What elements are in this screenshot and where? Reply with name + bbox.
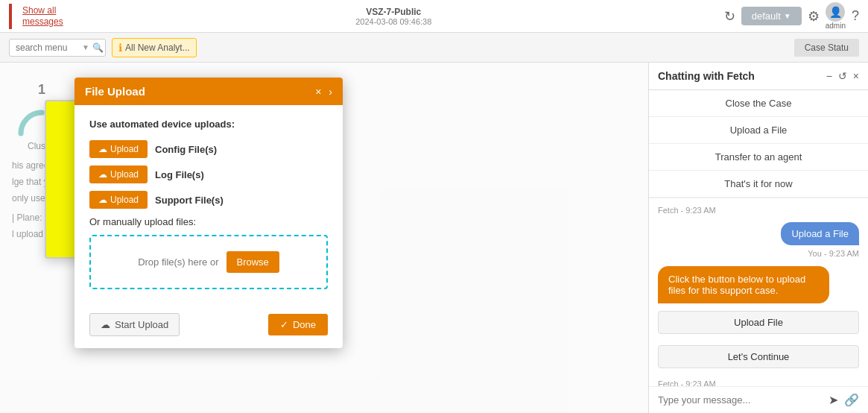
secondbar: ▼ 🔍 ℹ All New Analyt... Case Statu: [0, 33, 868, 63]
upload-file-action-button[interactable]: Upload File: [658, 311, 859, 334]
settings-button[interactable]: ⚙: [808, 8, 820, 25]
upload-intro-text: Use automated device uploads:: [89, 119, 235, 130]
analytics-label: All New Analyt...: [125, 42, 190, 53]
upload-btn-2[interactable]: ☁ Upload: [89, 191, 148, 209]
chat-menu-item-2[interactable]: Transfer to an agent: [649, 144, 868, 171]
analytics-badge: ℹ All New Analyt...: [112, 38, 197, 57]
cloud-upload-icon: ☁: [98, 144, 107, 154]
cloud-upload-icon: ☁: [98, 169, 107, 180]
chat-header: Chatting with Fetch − ↺ ×: [649, 63, 868, 90]
show-all-messages-link[interactable]: Show all messages: [22, 5, 63, 27]
upload-btn-0[interactable]: ☁ Upload: [89, 140, 148, 158]
start-upload-label: Start Upload: [115, 319, 168, 330]
topbar-left: Show all messages: [22, 5, 63, 27]
info-icon: ℹ: [118, 42, 122, 54]
chat-header-icons: − ↺ ×: [826, 70, 859, 82]
upload-row-2: ☁ Upload Support File(s): [89, 191, 328, 209]
upload-file-label-1: Log File(s): [155, 169, 204, 180]
help-button[interactable]: ?: [852, 8, 859, 24]
fetch-timestamp2: Fetch - 9:23 AM: [658, 379, 859, 386]
done-label: Done: [293, 319, 316, 330]
case-status-label: Case Statu: [805, 42, 849, 53]
user-timestamp: You - 9:23 AM: [808, 249, 859, 258]
dashboard: 1 Cluster 4 APs 3 Switches 0: [0, 63, 648, 413]
chat-minimize-button[interactable]: −: [826, 70, 832, 82]
cloud-icon: ☁: [101, 319, 110, 330]
upload-row-1: ☁ Upload Log File(s): [89, 165, 328, 183]
main-area: 1 Cluster 4 APs 3 Switches 0: [0, 63, 868, 413]
admin-label: admin: [826, 22, 846, 30]
chat-menu: Close the CaseUpload a FileTransfer to a…: [649, 90, 868, 198]
server-name: VSZ-7-Public: [366, 7, 421, 17]
upload-intro: Use automated device uploads:: [89, 119, 328, 130]
file-upload-title: File Upload: [85, 85, 145, 98]
search-icon: 🔍: [92, 42, 104, 53]
user-message: Upload a File You - 9:23 AM: [781, 222, 859, 259]
file-upload-footer: ☁ Start Upload ✓ Done: [75, 313, 343, 348]
topbar-center: VSZ-7-Public 2024-03-08 09:46:38: [71, 7, 717, 26]
chat-menu-item-3[interactable]: That's it for now: [649, 171, 868, 198]
red-indicator: [9, 4, 12, 29]
file-upload-expand-button[interactable]: ›: [329, 86, 332, 98]
file-upload-header-icons: × ›: [315, 86, 332, 98]
fetch-bubble: Click the button below to upload files f…: [658, 266, 829, 303]
check-icon: ✓: [280, 319, 288, 330]
chat-panel: Chatting with Fetch − ↺ × Close the Case…: [648, 63, 868, 413]
chat-close-button[interactable]: ×: [853, 70, 859, 82]
default-label: default: [752, 10, 781, 22]
browse-button[interactable]: Browse: [226, 251, 279, 273]
send-icon[interactable]: ➤: [829, 393, 838, 407]
file-upload-header: File Upload × ›: [75, 78, 343, 105]
file-upload-modal: File Upload × › Use automated device upl…: [75, 78, 343, 348]
chat-body: Fetch - 9:23 AM Upload a File You - 9:23…: [649, 198, 868, 386]
manually-label: Or manually upload files:: [89, 216, 328, 227]
chat-back-button[interactable]: ↺: [838, 70, 847, 82]
chat-input[interactable]: [658, 394, 823, 406]
search-box: ▼ 🔍: [9, 39, 106, 57]
upload-rows: ☁ Upload Config File(s) ☁ Upload Log Fil…: [89, 140, 328, 209]
upload-file-label-2: Support File(s): [155, 195, 224, 206]
done-button[interactable]: ✓ Done: [268, 314, 328, 335]
admin-avatar: 👤: [826, 2, 845, 22]
topbar-datetime: 2024-03-08 09:46:38: [355, 17, 431, 26]
topbar-right: ↻ default ▼ ⚙ 👤 admin ?: [724, 2, 859, 30]
chevron-down-icon: ▼: [784, 12, 791, 20]
drop-zone[interactable]: Drop file(s) here or Browse: [89, 235, 328, 289]
upload-btn-label: Upload: [110, 195, 139, 205]
topbar: Show all messages VSZ-7-Public 2024-03-0…: [0, 0, 868, 33]
chat-footer: ➤ 🔗: [649, 386, 868, 413]
file-upload-close-button[interactable]: ×: [315, 86, 321, 98]
lets-continue-action-button[interactable]: Let's Continue: [658, 345, 859, 368]
chevron-icon: ▼: [82, 43, 89, 51]
upload-btn-label: Upload: [110, 144, 139, 154]
search-input[interactable]: [16, 42, 79, 53]
case-status-tab[interactable]: Case Statu: [794, 39, 859, 57]
start-upload-button[interactable]: ☁ Start Upload: [89, 313, 180, 336]
file-upload-body: Use automated device uploads: ☁ Upload C…: [75, 105, 343, 313]
chat-menu-item-0[interactable]: Close the Case: [649, 90, 868, 117]
upload-file-label-0: Config File(s): [155, 144, 217, 155]
fetch-timestamp: Fetch - 9:23 AM: [658, 206, 859, 215]
upload-row-0: ☁ Upload Config File(s): [89, 140, 328, 158]
chat-menu-item-1[interactable]: Upload a File: [649, 117, 868, 144]
cloud-upload-icon: ☁: [98, 195, 107, 205]
user-bubble: Upload a File: [781, 222, 859, 245]
admin-menu[interactable]: 👤 admin: [826, 2, 846, 30]
upload-btn-label: Upload: [110, 169, 139, 180]
attach-icon[interactable]: 🔗: [844, 393, 859, 407]
default-dropdown[interactable]: default ▼: [741, 7, 802, 25]
chat-title: Chatting with Fetch: [658, 70, 755, 82]
drop-label: Drop file(s) here or: [138, 256, 218, 268]
refresh-button[interactable]: ↻: [724, 8, 735, 25]
upload-btn-1[interactable]: ☁ Upload: [89, 165, 148, 183]
